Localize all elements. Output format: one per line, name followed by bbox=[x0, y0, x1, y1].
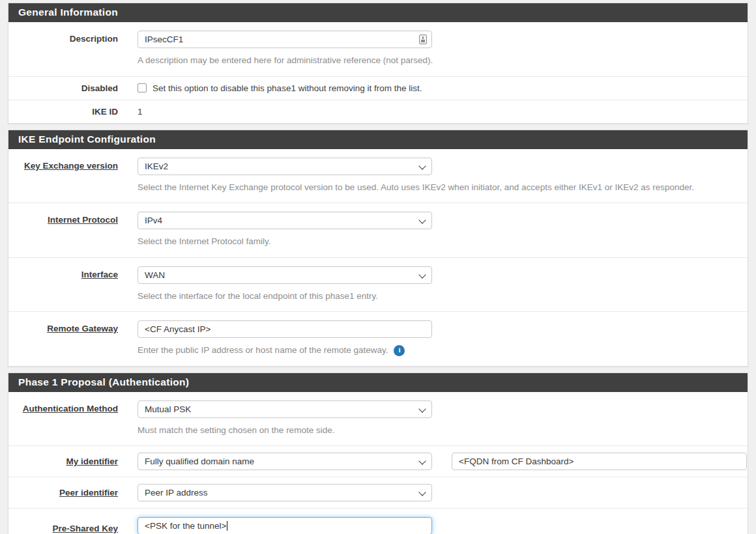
my-identifier-selected-value: Fully qualified domain name bbox=[145, 457, 254, 466]
my-identifier-row: My identifier Fully qualified domain nam… bbox=[8, 446, 748, 477]
remote-gateway-label: Remote Gateway bbox=[47, 324, 118, 333]
chevron-down-icon bbox=[418, 216, 426, 223]
peer-identifier-select[interactable]: Peer IP address bbox=[138, 484, 432, 501]
interface-row: Interface WAN Select the interface for t… bbox=[8, 258, 748, 313]
peer-identifier-row: Peer identifier Peer IP address bbox=[8, 477, 748, 509]
internet-protocol-label: Internet Protocol bbox=[48, 215, 118, 225]
chevron-down-icon bbox=[418, 458, 426, 465]
description-label: Description bbox=[70, 34, 118, 44]
description-input[interactable] bbox=[138, 31, 432, 48]
internet-protocol-selected-value: IPv4 bbox=[145, 216, 162, 225]
info-icon[interactable]: i bbox=[394, 345, 405, 356]
internet-protocol-select[interactable]: IPv4 bbox=[138, 212, 432, 229]
panel-phase1-proposal: Phase 1 Proposal (Authentication) Authen… bbox=[8, 372, 748, 534]
disabled-row: Disabled Set this option to disable this… bbox=[8, 77, 748, 100]
description-row: Description A description may be entered… bbox=[8, 22, 748, 77]
chevron-down-icon bbox=[418, 489, 426, 496]
remote-gateway-help: Enter the public IP address or host name… bbox=[138, 344, 748, 357]
psk-label: Pre-Shared Key bbox=[52, 524, 118, 533]
disabled-label: Disabled bbox=[81, 83, 118, 93]
remote-gateway-row: Remote Gateway Enter the public IP addre… bbox=[8, 312, 748, 366]
key-exchange-help: Select the Internet Key Exchange protoco… bbox=[138, 181, 748, 194]
autofill-icon bbox=[419, 35, 427, 44]
disabled-checkbox[interactable] bbox=[138, 83, 147, 92]
section-title-general: General Information bbox=[8, 3, 748, 22]
psk-value: <PSK for the tunnel> bbox=[145, 521, 226, 531]
my-identifier-input[interactable] bbox=[452, 453, 747, 470]
my-identifier-select[interactable]: Fully qualified domain name bbox=[138, 453, 432, 470]
ipsec-phase1-form: General Information Description A descri… bbox=[0, 0, 756, 534]
section-title-phase1: Phase 1 Proposal (Authentication) bbox=[8, 373, 748, 392]
text-caret bbox=[227, 521, 227, 531]
disabled-checkbox-label: Set this option to disable this phase1 w… bbox=[153, 83, 422, 93]
key-exchange-select[interactable]: IKEv2 bbox=[138, 158, 432, 175]
internet-protocol-help: Select the Internet Protocol family. bbox=[138, 235, 748, 248]
psk-row: Pre-Shared Key <PSK for the tunnel> Ente… bbox=[8, 509, 748, 534]
auth-method-selected-value: Mutual PSK bbox=[145, 404, 191, 414]
description-help: A description may be entered here for ad… bbox=[138, 54, 748, 67]
section-title-ike-endpoint: IKE Endpoint Configuration bbox=[8, 130, 748, 149]
interface-label: Interface bbox=[81, 270, 118, 279]
interface-help: Select the interface for the local endpo… bbox=[138, 290, 748, 303]
key-exchange-row: Key Exchange version IKEv2 Select the In… bbox=[8, 149, 748, 204]
ike-id-value: 1 bbox=[138, 107, 748, 117]
interface-selected-value: WAN bbox=[145, 270, 165, 280]
chevron-down-icon bbox=[418, 162, 426, 169]
key-exchange-label: Key Exchange version bbox=[24, 161, 118, 171]
panel-ike-endpoint: IKE Endpoint Configuration Key Exchange … bbox=[8, 130, 748, 367]
chevron-down-icon bbox=[418, 271, 426, 278]
peer-identifier-label: Peer identifier bbox=[59, 488, 118, 498]
interface-select[interactable]: WAN bbox=[138, 266, 432, 284]
auth-method-help: Must match the setting chosen on the rem… bbox=[138, 424, 748, 437]
panel-general-information: General Information Description A descri… bbox=[8, 3, 748, 124]
internet-protocol-row: Internet Protocol IPv4 Select the Intern… bbox=[8, 203, 748, 258]
key-exchange-selected-value: IKEv2 bbox=[145, 162, 168, 171]
peer-identifier-selected-value: Peer IP address bbox=[145, 488, 208, 498]
auth-method-label: Authentication Method bbox=[23, 404, 118, 414]
auth-method-select[interactable]: Mutual PSK bbox=[138, 400, 432, 418]
psk-input[interactable]: <PSK for the tunnel> bbox=[138, 517, 432, 534]
remote-gateway-input[interactable] bbox=[138, 320, 432, 338]
my-identifier-label: My identifier bbox=[66, 457, 118, 466]
ike-id-label: IKE ID bbox=[92, 107, 118, 117]
ike-id-row: IKE ID 1 bbox=[8, 100, 748, 123]
chevron-down-icon bbox=[418, 405, 426, 412]
auth-method-row: Authentication Method Mutual PSK Must ma… bbox=[8, 392, 748, 447]
